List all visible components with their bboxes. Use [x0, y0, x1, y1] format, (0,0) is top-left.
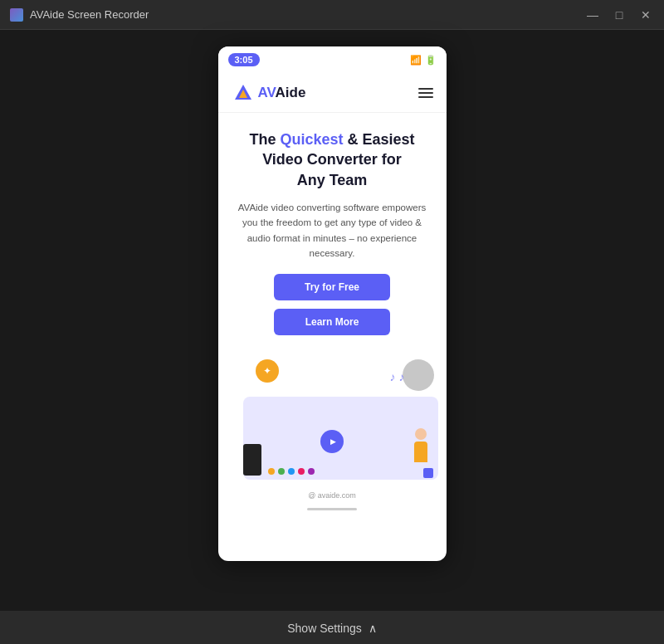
title-bar-left: AVAide Screen Recorder: [10, 8, 149, 22]
status-icons: 📶 🔋: [410, 55, 437, 66]
chevron-up-icon: ∧: [369, 622, 377, 635]
status-time: 3:05: [228, 53, 260, 66]
app-icon: [10, 8, 23, 22]
person-body: [414, 442, 427, 462]
logo-text: AVAide: [258, 85, 306, 101]
phone-content: The Quickest & EasiestVideo Converter fo…: [218, 113, 447, 355]
title-bar: AVAide Screen Recorder — □ ✕: [0, 0, 664, 30]
window-controls: — □ ✕: [584, 7, 654, 23]
dot-5: [308, 468, 315, 475]
menu-line-2: [418, 92, 433, 94]
wifi-icon: 🔋: [425, 55, 437, 66]
menu-line-1: [418, 88, 433, 90]
maximize-button[interactable]: □: [611, 7, 627, 23]
minimize-button[interactable]: —: [584, 7, 601, 23]
person-bag: [423, 468, 433, 478]
main-area: 3:05 📶 🔋 AVAide: [0, 30, 664, 611]
settings-bar[interactable]: Show Settings ∧: [0, 611, 664, 644]
subtext: AVAide video converting software empower…: [235, 200, 430, 261]
close-button[interactable]: ✕: [637, 7, 654, 23]
signal-icon: 📶: [410, 55, 422, 66]
dot-3: [288, 468, 295, 475]
logo-av: AV: [258, 85, 276, 100]
headline-accent: Quickest: [280, 131, 343, 148]
try-free-button[interactable]: Try for Free: [274, 274, 390, 300]
person-illustration: [408, 428, 433, 478]
dot-4: [298, 468, 305, 475]
headline: The Quickest & EasiestVideo Converter fo…: [235, 129, 430, 190]
hamburger-menu[interactable]: [418, 88, 433, 98]
avaide-logo: AVAide: [232, 83, 306, 103]
big-circle: [403, 359, 434, 391]
play-button-illus: [320, 430, 344, 453]
person-head: [415, 428, 427, 440]
music-notes: ♪ ♪: [390, 370, 405, 383]
dot-2: [278, 468, 285, 475]
menu-line-3: [418, 96, 433, 98]
url-bar: @ avaide.com: [218, 488, 447, 503]
phone-status-bar: 3:05 📶 🔋: [218, 46, 447, 73]
mini-phone: [243, 444, 261, 476]
settings-label: Show Settings: [287, 622, 362, 635]
dot-1: [268, 468, 275, 475]
app-title: AVAide Screen Recorder: [30, 8, 149, 21]
phone-frame: 3:05 📶 🔋 AVAide: [218, 46, 447, 561]
home-bar: [307, 508, 357, 510]
logo-svg: [232, 83, 255, 103]
orange-badge: ✦: [256, 359, 279, 383]
learn-more-button[interactable]: Learn More: [274, 309, 390, 335]
color-dots: [268, 468, 315, 475]
home-indicator: [218, 503, 447, 515]
illustration-area: ✦ ♪ ♪: [218, 355, 447, 488]
logo-aide: Aide: [276, 85, 306, 100]
phone-nav: AVAide: [218, 73, 447, 113]
